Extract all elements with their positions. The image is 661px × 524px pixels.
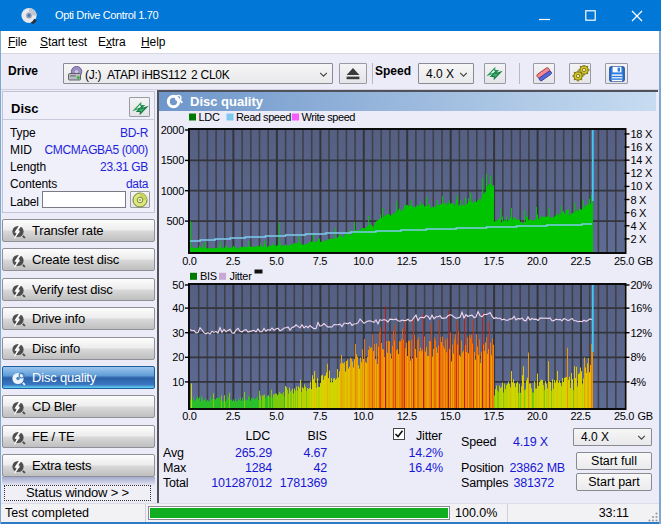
svg-text:500: 500 (167, 215, 185, 227)
svg-text:10: 10 (172, 376, 184, 388)
svg-text:12 X: 12 X (631, 167, 653, 179)
svg-text:16 X: 16 X (631, 141, 653, 153)
svg-text:0.0: 0.0 (182, 255, 197, 267)
svg-text:15.0: 15.0 (440, 410, 460, 422)
svg-text:6 X: 6 X (631, 207, 648, 219)
svg-text:1500: 1500 (161, 154, 184, 166)
svg-text:8 X: 8 X (631, 194, 648, 206)
svg-text:40: 40 (172, 302, 184, 314)
svg-text:Read speed: Read speed (236, 111, 291, 123)
svg-text:22.5: 22.5 (570, 410, 590, 422)
svg-text:7.5: 7.5 (313, 255, 328, 267)
svg-text:50: 50 (172, 279, 184, 291)
svg-text:18 X: 18 X (631, 128, 653, 140)
svg-text:2.5: 2.5 (226, 410, 241, 422)
svg-text:Jitter: Jitter (230, 270, 253, 282)
svg-text:GB: GB (638, 255, 653, 267)
svg-text:0.0: 0.0 (182, 410, 197, 422)
svg-text:12.5: 12.5 (397, 255, 417, 267)
svg-text:20.0: 20.0 (527, 410, 547, 422)
svg-text:5.0: 5.0 (269, 255, 284, 267)
svg-text:4%: 4% (631, 376, 647, 388)
svg-text:7.5: 7.5 (313, 410, 328, 422)
svg-text:LDC: LDC (199, 111, 220, 123)
svg-text:16%: 16% (631, 302, 653, 314)
svg-text:2 X: 2 X (631, 233, 648, 245)
svg-text:10 X: 10 X (631, 180, 653, 192)
svg-text:17.5: 17.5 (483, 410, 503, 422)
svg-text:14 X: 14 X (631, 154, 653, 166)
svg-text:4 X: 4 X (631, 220, 648, 232)
svg-text:GB: GB (638, 410, 653, 422)
svg-text:30: 30 (172, 327, 184, 339)
svg-text:12.5: 12.5 (397, 410, 417, 422)
svg-text:25.0: 25.0 (614, 410, 634, 422)
svg-text:Write speed: Write speed (302, 111, 356, 123)
svg-text:17.5: 17.5 (483, 255, 503, 267)
svg-text:12%: 12% (631, 327, 653, 339)
svg-text:15.0: 15.0 (440, 255, 460, 267)
svg-text:25.0: 25.0 (614, 255, 634, 267)
svg-text:20: 20 (172, 351, 184, 363)
svg-text:1000: 1000 (161, 185, 184, 197)
svg-text:5.0: 5.0 (269, 410, 284, 422)
svg-text:20.0: 20.0 (527, 255, 547, 267)
svg-text:2000: 2000 (161, 124, 184, 136)
svg-text:22.5: 22.5 (570, 255, 590, 267)
svg-text:8%: 8% (631, 351, 647, 363)
svg-text:10.0: 10.0 (353, 410, 373, 422)
svg-text:2.5: 2.5 (226, 255, 241, 267)
svg-text:10.0: 10.0 (353, 255, 373, 267)
svg-text:BIS: BIS (200, 270, 217, 282)
svg-text:20%: 20% (631, 279, 653, 291)
